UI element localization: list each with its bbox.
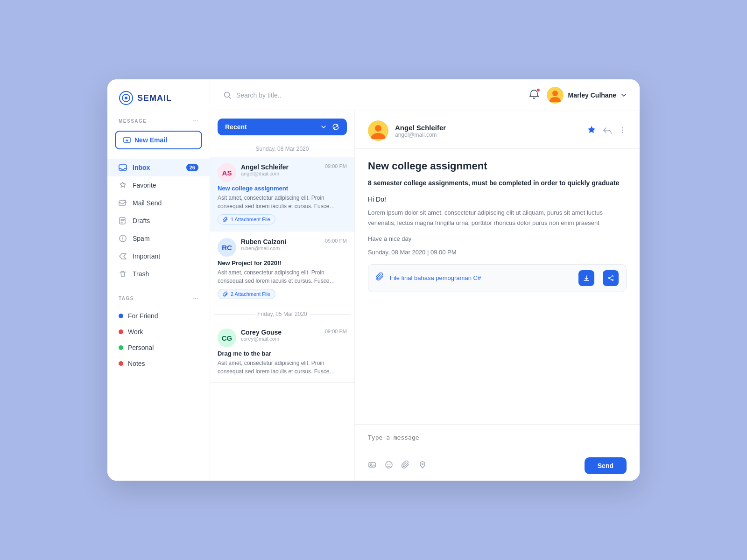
svg-point-15	[622, 132, 623, 133]
image-tool-button[interactable]	[368, 461, 376, 471]
reply-icon	[602, 125, 613, 135]
search-input[interactable]	[236, 91, 521, 99]
attach-paperclip	[376, 273, 384, 281]
email-preview-3: Asit amet, consectetur adipiscing elit. …	[218, 359, 347, 376]
svg-point-13	[622, 127, 623, 128]
svg-point-8	[225, 92, 230, 97]
location-tool-button[interactable]	[418, 461, 427, 471]
topbar-right: Marley Culhane	[529, 87, 627, 104]
detail-body: New college assignment 8 semester colleg…	[355, 149, 640, 424]
sidebar-item-spam[interactable]: Spam	[107, 230, 210, 247]
paperclip-tool-icon	[402, 461, 410, 469]
attachment-name: File final bahasa pemograman C#	[390, 274, 573, 281]
sender-email-1: angel@mail.com	[241, 171, 320, 176]
tag-for-friend[interactable]: For Friend	[107, 308, 210, 324]
email-datetime: Sunday, 08 Mar 2020 | 09.00 PM	[368, 249, 627, 256]
message-section-header: MESSAGE ···	[107, 117, 210, 131]
important-icon	[119, 252, 127, 260]
filter-button[interactable]: Recent	[218, 119, 347, 135]
tag-personal[interactable]: Personal	[107, 340, 210, 356]
tags-more-button[interactable]: ···	[192, 294, 198, 302]
svg-point-24	[422, 463, 423, 464]
work-label: Work	[128, 328, 143, 336]
more-actions-button[interactable]	[618, 126, 627, 136]
topbar: Marley Culhane	[210, 79, 640, 111]
send-button[interactable]: Send	[585, 457, 627, 474]
tag-notes[interactable]: Notes	[107, 356, 210, 371]
attachment-paperclip-icon	[376, 273, 384, 283]
sidebar-item-important[interactable]: Important	[107, 247, 210, 265]
inbox-icon	[119, 163, 127, 172]
notification-dot	[536, 88, 540, 92]
search-icon	[223, 91, 232, 99]
personal-dot	[119, 345, 123, 350]
logo-area: SEMAIL	[107, 91, 210, 117]
search-area	[223, 91, 521, 99]
emoji-tool-button[interactable]	[385, 461, 393, 471]
location-icon	[418, 461, 427, 469]
svg-point-17	[612, 279, 613, 280]
email-avatar-2: RC	[218, 238, 236, 257]
share-button[interactable]	[603, 270, 619, 286]
attachment-pill-1[interactable]: 1 Attachment File	[218, 214, 275, 224]
app-container: SEMAIL MESSAGE ··· New Email Inbox 26	[107, 79, 640, 481]
star-icon	[586, 125, 597, 135]
date-divider-1: Sunday, 08 Mar 2020	[210, 141, 354, 157]
reply-button[interactable]	[602, 125, 613, 137]
reply-area: Send	[355, 424, 640, 481]
emoji-icon	[385, 461, 393, 469]
email-greeting: Hi Do!	[368, 196, 627, 203]
personal-label: Personal	[128, 344, 154, 351]
svg-point-10	[552, 91, 558, 96]
svg-point-18	[608, 277, 610, 279]
sidebar-item-favorite[interactable]: Favorite	[107, 176, 210, 194]
message-more-button[interactable]: ···	[192, 117, 198, 125]
sidebar-item-inbox[interactable]: Inbox 26	[107, 159, 210, 176]
sidebar-item-drafts[interactable]: Drafts	[107, 212, 210, 230]
email-time-2: 09:00 PM	[325, 238, 347, 244]
new-email-button[interactable]: New Email	[115, 131, 202, 149]
email-item-2[interactable]: RC Ruben Calzoni ruben@mail.com 09:00 PM…	[210, 231, 354, 306]
download-button[interactable]	[578, 270, 594, 286]
svg-point-2	[125, 97, 127, 99]
filter-chevron-icon	[321, 124, 326, 130]
for-friend-dot	[119, 314, 123, 318]
email-avatar-3: CG	[218, 329, 236, 347]
filter-bar: Recent	[210, 111, 354, 141]
notification-button[interactable]	[529, 89, 539, 101]
reply-input[interactable]	[368, 431, 627, 451]
detail-avatar-image	[368, 120, 388, 141]
email-item-1[interactable]: AS Angel Schleifer angel@mail.com 09:00 …	[210, 157, 354, 231]
sender-name-1: Angel Schleifer	[241, 163, 320, 171]
inbox-badge: 26	[186, 164, 198, 171]
email-subject-3: Drag me to the bar	[218, 350, 347, 357]
drafts-icon	[119, 217, 127, 225]
image-icon	[368, 461, 376, 469]
email-avatar-1: AS	[218, 163, 236, 182]
sidebar-item-mail-send[interactable]: Mail Send	[107, 194, 210, 212]
attachment-tool-button[interactable]	[402, 461, 410, 471]
share-icon	[607, 275, 614, 281]
trash-icon	[119, 270, 127, 278]
attachment-pill-2[interactable]: 2 Attachment File	[218, 289, 275, 299]
notes-dot	[119, 361, 123, 366]
user-name: Marley Culhane	[568, 91, 616, 99]
content-row: Recent	[210, 111, 640, 481]
sidebar-item-trash[interactable]: Trash	[107, 265, 210, 283]
svg-point-21	[386, 462, 392, 468]
favorite-icon	[119, 181, 127, 189]
detail-actions	[586, 125, 627, 137]
tags-section-header: TAGS ···	[107, 294, 210, 308]
email-item-3[interactable]: CG Corey Gouse corey@mail.com 09:00 PM D…	[210, 322, 354, 383]
email-preview-2: Asit amet, consectetur adipiscing elit. …	[218, 268, 347, 285]
detail-sender-info: Angel Schleifer angel@mail.com	[395, 124, 580, 138]
spam-icon	[119, 234, 127, 243]
star-button[interactable]	[586, 125, 597, 137]
email-sign-off: Have a nice day	[368, 235, 627, 242]
user-area[interactable]: Marley Culhane	[547, 87, 627, 104]
svg-point-22	[388, 464, 388, 465]
detail-header: Angel Schleifer angel@mail.com	[355, 111, 640, 149]
email-bold-summary: 8 semester college assignments, must be …	[368, 178, 627, 188]
svg-point-14	[622, 129, 623, 130]
tag-work[interactable]: Work	[107, 324, 210, 340]
